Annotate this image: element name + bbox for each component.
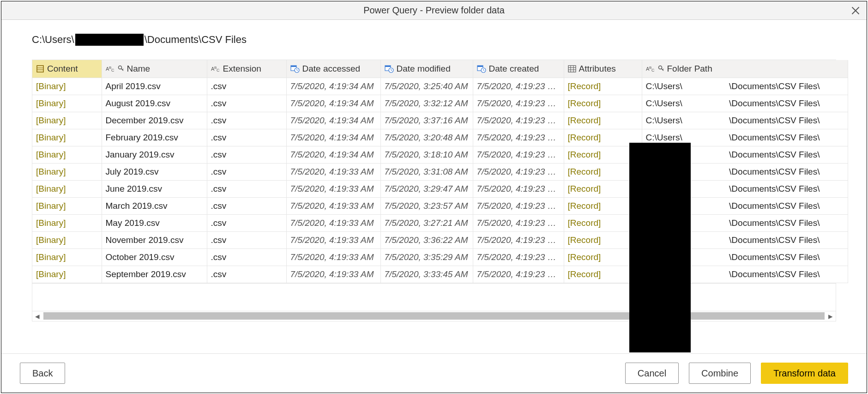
col-name-label: Name [127, 64, 151, 74]
table-row[interactable]: [Binary]March 2019.csv.csv7/5/2020, 4:19… [32, 197, 848, 214]
cell-content[interactable]: [Binary] [32, 231, 102, 249]
dialog-window: Power Query - Preview folder data C:\Use… [1, 1, 867, 393]
table-row[interactable]: [Binary]November 2019.csv.csv7/5/2020, 4… [32, 231, 848, 249]
table-row[interactable]: [Binary]December 2019.csv.csv7/5/2020, 4… [32, 112, 848, 129]
table-row[interactable]: [Binary]July 2019.csv.csv7/5/2020, 4:19:… [32, 163, 848, 180]
cell-content[interactable]: [Binary] [32, 180, 102, 197]
cell-attributes[interactable]: [Record] [564, 266, 642, 283]
scroll-right-icon[interactable]: ▸ [826, 311, 836, 321]
cell-created: 7/5/2020, 4:19:23 … [473, 231, 564, 249]
binary-type-icon [36, 65, 44, 73]
cell-attributes[interactable]: [Record] [564, 112, 642, 129]
cell-content[interactable]: [Binary] [32, 163, 102, 180]
cell-content[interactable]: [Binary] [32, 266, 102, 283]
horizontal-scrollbar[interactable]: ◂ ▸ [32, 311, 836, 321]
scroll-left-icon[interactable]: ◂ [32, 311, 42, 321]
cell-attributes[interactable]: [Record] [564, 95, 642, 112]
svg-text:C: C [217, 68, 220, 73]
cell-attributes[interactable]: [Record] [564, 231, 642, 249]
col-folder-label: Folder Path [667, 64, 712, 74]
cell-folder-path: C:\Users\XXXXXXXX\Documents\CSV Files\ [642, 95, 848, 112]
cell-accessed: 7/5/2020, 4:19:33 AM [286, 214, 380, 231]
cell-content[interactable]: [Binary] [32, 146, 102, 163]
svg-point-8 [118, 66, 121, 69]
cell-accessed: 7/5/2020, 4:19:33 AM [286, 180, 380, 197]
svg-rect-2 [37, 66, 43, 72]
cell-content[interactable]: [Binary] [32, 129, 102, 146]
cell-accessed: 7/5/2020, 4:19:33 AM [286, 163, 380, 180]
cell-accessed: 7/5/2020, 4:19:33 AM [286, 197, 380, 214]
cancel-button[interactable]: Cancel [625, 363, 679, 384]
cell-folder-path: C:\Users\XXXXXXXX\Documents\CSV Files\ [642, 214, 848, 231]
cell-attributes[interactable]: [Record] [564, 129, 642, 146]
table-header-row: Content ABC [32, 60, 848, 78]
cell-extension: .csv [207, 78, 286, 95]
cell-content[interactable]: [Binary] [32, 78, 102, 95]
col-attributes[interactable]: Attributes [564, 60, 642, 78]
cell-folder-path: C:\Users\XXXXXXXX\Documents\CSV Files\ [642, 180, 848, 197]
folder-path-display: C:\Users\ \Documents\CSV Files [32, 34, 836, 46]
col-content[interactable]: Content [32, 60, 102, 78]
cell-created: 7/5/2020, 4:19:23 … [473, 266, 564, 283]
cell-attributes[interactable]: [Record] [564, 163, 642, 180]
cell-modified: 7/5/2020, 3:37:16 AM [380, 112, 473, 129]
combine-button[interactable]: Combine [689, 363, 751, 384]
table-row[interactable]: [Binary]October 2019.csv.csv7/5/2020, 4:… [32, 249, 848, 266]
cell-attributes[interactable]: [Record] [564, 180, 642, 197]
cell-modified: 7/5/2020, 3:25:40 AM [380, 78, 473, 95]
cell-modified: 7/5/2020, 3:29:47 AM [380, 180, 473, 197]
svg-text:C: C [111, 68, 115, 73]
cell-content[interactable]: [Binary] [32, 249, 102, 266]
path-prefix: C:\Users\ [32, 34, 74, 46]
cell-attributes[interactable]: [Record] [564, 249, 642, 266]
col-folder-path[interactable]: ABC Folder Path [642, 60, 848, 78]
cell-content[interactable]: [Binary] [32, 214, 102, 231]
cell-attributes[interactable]: [Record] [564, 214, 642, 231]
cell-content[interactable]: [Binary] [32, 197, 102, 214]
table-row[interactable]: [Binary]May 2019.csv.csv7/5/2020, 4:19:3… [32, 214, 848, 231]
col-extension[interactable]: ABC Extension [207, 60, 286, 78]
cell-content[interactable]: [Binary] [32, 112, 102, 129]
col-name[interactable]: ABC Name [102, 60, 207, 78]
cell-extension: .csv [207, 146, 286, 163]
cell-modified: 7/5/2020, 3:33:45 AM [380, 266, 473, 283]
cell-name: October 2019.csv [102, 249, 207, 266]
close-icon[interactable] [849, 4, 862, 17]
cell-attributes[interactable]: [Record] [564, 146, 642, 163]
col-accessed[interactable]: Date accessed [286, 60, 380, 78]
cell-extension: .csv [207, 180, 286, 197]
cell-created: 7/5/2020, 4:19:23 … [473, 180, 564, 197]
key-icon [118, 65, 124, 73]
svg-rect-15 [291, 66, 296, 67]
cell-extension: .csv [207, 231, 286, 249]
table-row[interactable]: [Binary]January 2019.csv.csv7/5/2020, 4:… [32, 146, 848, 163]
scroll-thumb[interactable] [43, 312, 825, 320]
col-modified[interactable]: Date modified [380, 60, 473, 78]
cell-name: May 2019.csv [102, 214, 207, 231]
transform-data-button[interactable]: Transform data [761, 363, 848, 384]
cell-name: July 2019.csv [102, 163, 207, 180]
cell-attributes[interactable]: [Record] [564, 78, 642, 95]
col-created-label: Date created [489, 64, 539, 74]
table-row[interactable]: [Binary]June 2019.csv.csv7/5/2020, 4:19:… [32, 180, 848, 197]
files-table: Content ABC [32, 60, 848, 283]
table-row[interactable]: [Binary]April 2019.csv.csv7/5/2020, 4:19… [32, 78, 848, 95]
cell-extension: .csv [207, 266, 286, 283]
cell-folder-path: C:\Users\XXXXXXXX\Documents\CSV Files\ [642, 146, 848, 163]
col-created[interactable]: Date created [473, 60, 564, 78]
datetime-type-icon [290, 65, 300, 73]
cell-content[interactable]: [Binary] [32, 95, 102, 112]
col-modified-label: Date modified [397, 64, 451, 74]
cell-accessed: 7/5/2020, 4:19:33 AM [286, 266, 380, 283]
cell-accessed: 7/5/2020, 4:19:34 AM [286, 95, 380, 112]
back-button[interactable]: Back [20, 363, 65, 384]
table-row[interactable]: [Binary]February 2019.csv.csv7/5/2020, 4… [32, 129, 848, 146]
table-row[interactable]: [Binary]September 2019.csv.csv7/5/2020, … [32, 266, 848, 283]
table-row[interactable]: [Binary]August 2019.csv.csv7/5/2020, 4:1… [32, 95, 848, 112]
cell-attributes[interactable]: [Record] [564, 197, 642, 214]
cell-folder-path: C:\Users\XXXXXXXX\Documents\CSV Files\ [642, 231, 848, 249]
cell-accessed: 7/5/2020, 4:19:34 AM [286, 146, 380, 163]
cell-accessed: 7/5/2020, 4:19:34 AM [286, 129, 380, 146]
cell-name: August 2019.csv [102, 95, 207, 112]
svg-text:C: C [651, 68, 655, 73]
